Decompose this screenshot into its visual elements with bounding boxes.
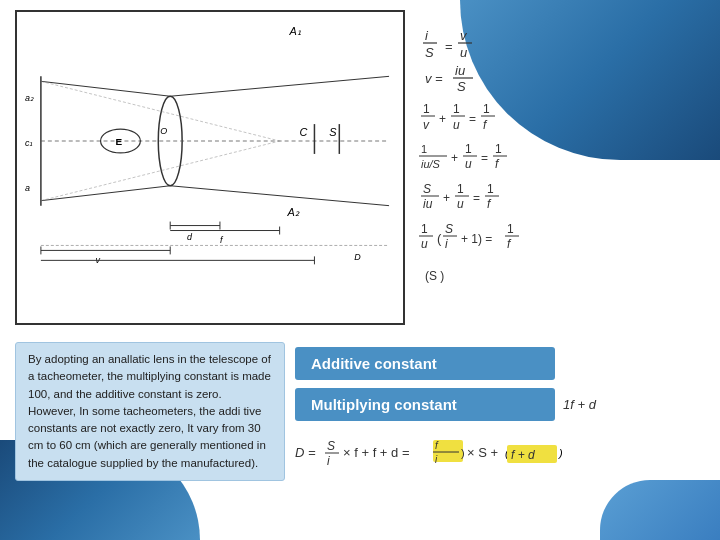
multiplying-constant-label: Multiplying constant	[295, 388, 555, 421]
tacheometer-diagram: A₁ a₂ c₁ a E O	[21, 16, 399, 266]
bottom-section: By adopting an anallatic lens in the tel…	[0, 334, 720, 489]
svg-text:f: f	[495, 157, 500, 171]
svg-text:1: 1	[421, 222, 428, 236]
svg-text:O: O	[160, 126, 167, 136]
svg-text:C: C	[300, 126, 308, 138]
svg-text:1: 1	[421, 143, 427, 155]
svg-text:1: 1	[487, 182, 494, 196]
svg-text:c₁: c₁	[25, 138, 33, 148]
svg-text:1: 1	[457, 182, 464, 196]
svg-text:+ 1) =: + 1) =	[461, 232, 492, 246]
svg-text:=: =	[481, 151, 488, 165]
svg-text:S: S	[457, 79, 466, 94]
svg-text:f + d: f + d	[511, 448, 535, 462]
svg-text:D =: D =	[295, 445, 316, 460]
svg-text:i: i	[445, 237, 448, 251]
svg-text:D: D	[354, 252, 361, 262]
svg-text:A₂: A₂	[287, 206, 300, 218]
svg-text:1: 1	[483, 102, 490, 116]
svg-text:(: (	[437, 231, 442, 246]
svg-line-15	[41, 141, 280, 201]
explanation-text-box: By adopting an anallatic lens in the tel…	[15, 342, 285, 481]
svg-text:a₂: a₂	[25, 93, 34, 103]
svg-text:u: u	[460, 45, 467, 60]
svg-text:× f + f + d =: × f + f + d =	[343, 445, 410, 460]
svg-text:i: i	[425, 28, 429, 43]
svg-text:): )	[461, 447, 465, 459]
svg-text:u: u	[170, 265, 175, 266]
top-section: A₁ a₂ c₁ a E O	[0, 0, 720, 330]
svg-text:S: S	[425, 45, 434, 60]
svg-text:d: d	[187, 232, 193, 242]
svg-text:1: 1	[453, 102, 460, 116]
svg-line-12	[41, 186, 170, 201]
svg-text:f: f	[220, 235, 224, 245]
svg-text:u: u	[421, 237, 428, 251]
svg-text:S: S	[423, 182, 431, 196]
formulas-svg: i S = v u v = iu S 1 v + 1 u	[415, 15, 645, 325]
svg-line-10	[41, 81, 170, 96]
svg-text:=: =	[469, 112, 476, 126]
multiplying-formula-inline: 1f + d	[563, 397, 596, 412]
svg-text:S: S	[445, 222, 453, 236]
bottom-formula-d: D = S i × f + f + d = ( f i ) × S + ( f …	[295, 435, 705, 484]
svg-text:× S +: × S +	[467, 445, 498, 460]
svg-line-11	[170, 76, 389, 96]
formula-d-svg: D = S i × f + f + d = ( f i ) × S + ( f …	[295, 435, 595, 480]
formulas-box: i S = v u v = iu S 1 v + 1 u	[415, 10, 705, 325]
svg-text:v: v	[460, 28, 468, 43]
svg-text:iu/S: iu/S	[421, 158, 441, 170]
svg-text:1: 1	[507, 222, 514, 236]
svg-text:iu: iu	[455, 63, 465, 78]
explanation-text: By adopting an anallatic lens in the tel…	[28, 353, 271, 469]
svg-text:iu: iu	[423, 197, 433, 211]
svg-line-13	[170, 186, 389, 206]
svg-text:(S    ): (S )	[425, 269, 444, 283]
svg-text:v: v	[423, 118, 430, 132]
svg-text:1: 1	[465, 142, 472, 156]
svg-text:f: f	[487, 197, 492, 211]
diagram-box: A₁ a₂ c₁ a E O	[15, 10, 405, 325]
svg-text:v =: v =	[425, 71, 443, 86]
svg-text:S: S	[327, 439, 335, 453]
additive-constant-label: Additive constant	[295, 347, 555, 380]
svg-text:1: 1	[423, 102, 430, 116]
svg-text:f: f	[483, 118, 488, 132]
svg-text:f: f	[507, 237, 512, 251]
svg-text:+: +	[439, 112, 446, 126]
svg-text:u: u	[465, 157, 472, 171]
svg-text:S: S	[329, 126, 337, 138]
svg-text:): )	[557, 447, 563, 459]
svg-text:=: =	[445, 39, 453, 54]
right-labels-area: Additive constant Multiplying constant 1…	[295, 342, 705, 484]
svg-text:+: +	[443, 191, 450, 205]
svg-text:u: u	[457, 197, 464, 211]
main-content: A₁ a₂ c₁ a E O	[0, 0, 720, 540]
svg-text:1: 1	[495, 142, 502, 156]
svg-text:A₁: A₁	[289, 25, 301, 37]
svg-text:a: a	[25, 183, 30, 193]
svg-text:+: +	[451, 151, 458, 165]
svg-text:E: E	[116, 136, 123, 147]
svg-text:=: =	[473, 191, 480, 205]
svg-text:u: u	[453, 118, 460, 132]
svg-text:i: i	[327, 454, 330, 468]
